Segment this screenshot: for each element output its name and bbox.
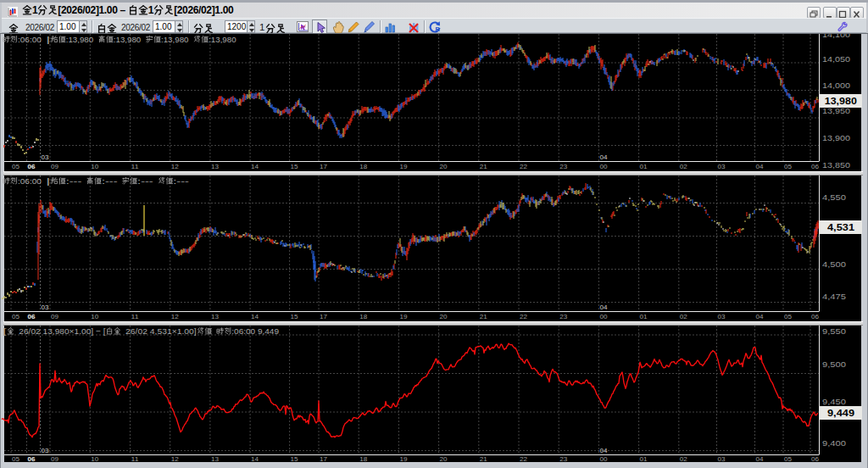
svg-text:15: 15	[291, 455, 299, 463]
svg-text:12: 12	[171, 313, 180, 320]
svg-text:12: 12	[171, 455, 180, 463]
svg-text:14,050: 14,050	[822, 55, 850, 64]
svg-text:26/02 4,531×1.00]: 26/02 4,531×1.00]	[125, 326, 197, 336]
svg-text:23: 23	[559, 163, 568, 170]
svg-text:20: 20	[440, 163, 448, 170]
svg-text:15: 15	[291, 313, 299, 320]
svg-text:06: 06	[28, 455, 36, 463]
svg-text:22: 22	[520, 313, 528, 320]
svg-text:11: 11	[131, 455, 140, 463]
svg-text:03: 03	[718, 455, 726, 463]
svg-text:06: 06	[811, 313, 820, 320]
svg-text:21: 21	[480, 455, 488, 463]
svg-text:03: 03	[718, 163, 726, 170]
svg-text:13,980: 13,980	[825, 96, 857, 106]
svg-text:15: 15	[291, 163, 299, 170]
svg-text:11: 11	[131, 313, 140, 320]
svg-text:06: 06	[28, 163, 36, 170]
svg-text::---: :---	[137, 176, 153, 186]
svg-text:02: 02	[680, 455, 688, 463]
svg-text:04: 04	[756, 455, 765, 463]
svg-text::---: :---	[173, 176, 189, 186]
svg-text:17: 17	[320, 455, 328, 463]
svg-text:12: 12	[171, 163, 180, 170]
svg-text:06: 06	[28, 313, 36, 320]
svg-text:26/02 13,980×1.00] − [: 26/02 13,980×1.00] − [	[19, 326, 106, 336]
svg-text:13,950: 13,950	[822, 107, 850, 115]
svg-text:01: 01	[640, 163, 648, 170]
svg-text:03: 03	[42, 153, 50, 161]
svg-text:01: 01	[640, 455, 648, 463]
svg-text:4,550: 4,550	[822, 193, 846, 202]
svg-text:17: 17	[320, 313, 328, 320]
svg-text:02: 02	[680, 313, 688, 320]
svg-text:22: 22	[520, 163, 528, 170]
svg-text::13,980: :13,980	[114, 35, 142, 44]
svg-text:05: 05	[12, 163, 20, 170]
svg-text:04: 04	[756, 313, 765, 320]
svg-text:21: 21	[480, 163, 488, 170]
svg-text::13,980: :13,980	[209, 35, 236, 44]
svg-text:10: 10	[91, 313, 99, 320]
svg-text::13,980: :13,980	[66, 35, 94, 44]
svg-text:13,850: 13,850	[822, 161, 850, 170]
svg-text:10: 10	[91, 163, 99, 170]
svg-text:18: 18	[359, 163, 368, 170]
svg-text:04: 04	[600, 447, 609, 454]
svg-text::06:00 9,449: :06:00 9,449	[231, 326, 279, 336]
svg-text:13: 13	[211, 455, 220, 463]
svg-text:22: 22	[520, 455, 528, 463]
svg-text:18: 18	[359, 313, 368, 320]
svg-text:00: 00	[599, 455, 608, 463]
svg-text:19: 19	[399, 313, 408, 320]
svg-text:9,400: 9,400	[822, 439, 846, 448]
svg-text::13,980: :13,980	[161, 35, 189, 44]
svg-text:00: 00	[599, 163, 608, 170]
svg-text:21: 21	[480, 313, 488, 320]
svg-text:04: 04	[600, 304, 609, 311]
svg-text::---: :---	[102, 176, 118, 186]
svg-text:20: 20	[440, 455, 448, 463]
svg-text:06: 06	[811, 455, 820, 463]
svg-text:01: 01	[640, 313, 648, 320]
svg-text:02: 02	[680, 163, 688, 170]
svg-text:14,000: 14,000	[822, 81, 850, 90]
svg-text:9,500: 9,500	[822, 360, 846, 369]
svg-text:05: 05	[784, 163, 793, 170]
svg-text:19: 19	[399, 163, 408, 170]
svg-text:13: 13	[211, 313, 220, 320]
svg-text::06:00: :06:00	[18, 35, 42, 44]
svg-text:9,449: 9,449	[827, 408, 854, 418]
svg-text:05: 05	[12, 313, 20, 320]
svg-text:04: 04	[600, 153, 609, 161]
svg-text:23: 23	[559, 455, 568, 463]
svg-text:03: 03	[718, 313, 726, 320]
svg-text:05: 05	[784, 313, 793, 320]
svg-text:03: 03	[42, 304, 50, 311]
svg-text:4,531: 4,531	[827, 222, 854, 232]
svg-text:4,475: 4,475	[822, 292, 846, 301]
svg-text:14: 14	[251, 163, 259, 170]
svg-text:00: 00	[599, 313, 608, 320]
svg-text:17: 17	[320, 163, 328, 170]
svg-text:05: 05	[784, 455, 793, 463]
svg-text:[: [	[3, 326, 7, 336]
svg-text:09: 09	[51, 455, 59, 463]
svg-text:04: 04	[756, 163, 765, 170]
svg-text:14,100: 14,100	[822, 31, 850, 39]
svg-text:9,550: 9,550	[822, 327, 846, 336]
svg-text:06: 06	[811, 163, 820, 170]
svg-text:05: 05	[12, 455, 20, 463]
svg-text::---: :---	[66, 176, 82, 186]
svg-text:09: 09	[51, 163, 59, 170]
svg-text:9,450: 9,450	[822, 398, 846, 406]
svg-text:13: 13	[211, 163, 220, 170]
svg-text:10: 10	[91, 455, 99, 463]
svg-text:23: 23	[559, 313, 568, 320]
svg-text:|: |	[47, 176, 51, 186]
svg-text:09: 09	[51, 313, 59, 320]
svg-text:19: 19	[399, 455, 408, 463]
svg-text:14: 14	[251, 455, 259, 463]
svg-text:11: 11	[131, 163, 140, 170]
svg-text:18: 18	[359, 455, 368, 463]
